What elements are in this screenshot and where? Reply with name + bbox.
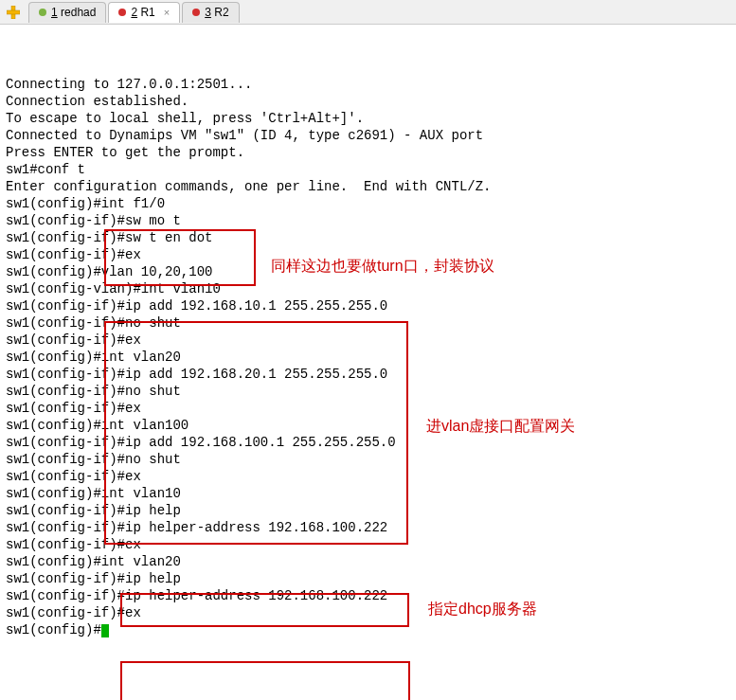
terminal-line: sw1(config-if)#ex bbox=[6, 536, 736, 553]
terminal-line: sw1(config)#int vlan10 bbox=[6, 485, 736, 502]
terminal-line: sw1(config-if)#ip add 192.168.100.1 255.… bbox=[6, 434, 736, 451]
cursor bbox=[101, 624, 109, 637]
terminal-line: Connecting to 127.0.0.1:2501... bbox=[6, 76, 736, 93]
terminal-line: sw1(config)# bbox=[6, 621, 736, 638]
terminal-line: sw1(config-if)#no shut bbox=[6, 314, 736, 332]
terminal-line: Connected to Dynamips VM "sw1" (ID 4, ty… bbox=[6, 127, 736, 144]
terminal-line: sw1(config-if)#ip helper-address 192.168… bbox=[6, 519, 736, 536]
terminal-output[interactable]: Connecting to 127.0.0.1:2501...Connectio… bbox=[0, 25, 736, 700]
status-dot-icon bbox=[118, 9, 126, 16]
terminal-line: Press ENTER to get the prompt. bbox=[6, 144, 736, 161]
terminal-line: To escape to local shell, press 'Ctrl+Al… bbox=[6, 110, 736, 127]
terminal-line: sw1(config-if)#ip helper-address 192.168… bbox=[6, 587, 736, 604]
terminal-line: sw1(config-if)#no shut bbox=[6, 383, 736, 400]
terminal-line: sw1(config-if)#ip add 192.168.20.1 255.2… bbox=[6, 366, 736, 383]
terminal-line: Connection established. bbox=[6, 93, 736, 110]
terminal-line: Enter configuration commands, one per li… bbox=[6, 178, 736, 195]
terminal-line: sw1(config-if)#ip help bbox=[6, 502, 736, 519]
terminal-line: sw1#conf t bbox=[6, 161, 736, 178]
tab-label: 3 R2 bbox=[205, 4, 228, 21]
terminal-line: sw1(config-if)#ex bbox=[6, 604, 736, 621]
terminal-line: sw1(config-if)#ex bbox=[6, 332, 736, 349]
tab-bar: 1 redhad 2 R1 × 3 R2 bbox=[0, 0, 736, 25]
status-dot-icon bbox=[39, 9, 46, 16]
terminal-line: sw1(config)#int vlan100 bbox=[6, 417, 736, 434]
status-dot-icon bbox=[192, 9, 200, 16]
close-icon[interactable]: × bbox=[160, 4, 170, 21]
highlight-box-4 bbox=[120, 661, 410, 700]
tab-r1[interactable]: 2 R1 × bbox=[108, 2, 180, 23]
tab-label: 2 R1 bbox=[131, 4, 154, 21]
terminal-line: sw1(config-if)#no shut bbox=[6, 451, 736, 468]
svg-rect-1 bbox=[7, 10, 20, 14]
terminal-line: sw1(config-vlan)#int vlan10 bbox=[6, 280, 736, 297]
terminal-line: sw1(config-if)#sw mo t bbox=[6, 212, 736, 229]
terminal-line: sw1(config-if)#ip add 192.168.10.1 255.2… bbox=[6, 297, 736, 314]
terminal-line: sw1(config-if)#ex bbox=[6, 400, 736, 417]
annotation-3: 指定dhcp服务器 bbox=[428, 601, 537, 618]
terminal-line: sw1(config)#int vlan20 bbox=[6, 349, 736, 366]
add-tab-button[interactable] bbox=[4, 3, 23, 22]
terminal-lines: Connecting to 127.0.0.1:2501...Connectio… bbox=[6, 76, 736, 638]
tab-label: 1 redhad bbox=[51, 4, 96, 21]
annotation-2: 进vlan虚接口配置网关 bbox=[426, 418, 575, 435]
terminal-line: sw1(config)#int f1/0 bbox=[6, 195, 736, 212]
tab-r2[interactable]: 3 R2 bbox=[182, 2, 239, 23]
terminal-line: sw1(config-if)#ex bbox=[6, 468, 736, 485]
annotation-1: 同样这边也要做turn口，封装协议 bbox=[271, 258, 494, 275]
terminal-line: sw1(config)#int vlan20 bbox=[6, 553, 736, 570]
terminal-line: sw1(config-if)#sw t en dot bbox=[6, 229, 736, 246]
tab-redhad[interactable]: 1 redhad bbox=[28, 2, 106, 23]
plus-icon bbox=[7, 6, 20, 19]
terminal-line: sw1(config-if)#ip help bbox=[6, 570, 736, 587]
